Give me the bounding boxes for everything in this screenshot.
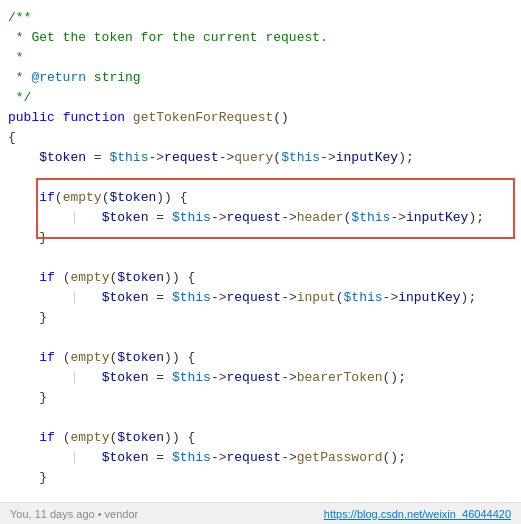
line-17 bbox=[0, 328, 521, 348]
line-9 bbox=[0, 168, 521, 188]
line-7: { bbox=[0, 128, 521, 148]
line-13 bbox=[0, 248, 521, 268]
line-20: } bbox=[0, 388, 521, 408]
status-bar: You, 11 days ago • vendor https://blog.c… bbox=[0, 502, 521, 524]
line-24: } bbox=[0, 468, 521, 488]
line-10: if(empty($token)) { bbox=[0, 188, 521, 208]
line-21 bbox=[0, 408, 521, 428]
line-2: * Get the token for the current request. bbox=[0, 28, 521, 48]
line-23: | $token = $this->request->getPassword()… bbox=[0, 448, 521, 468]
line-6: public function getTokenForRequest() bbox=[0, 108, 521, 128]
line-8: $token = $this->request->query($this->in… bbox=[0, 148, 521, 168]
code-editor: /** * Get the token for the current requ… bbox=[0, 0, 521, 524]
line-5: */ bbox=[0, 88, 521, 108]
line-4: * @return string bbox=[0, 68, 521, 88]
line-3: * bbox=[0, 48, 521, 68]
line-22: if (empty($token)) { bbox=[0, 428, 521, 448]
status-right-link[interactable]: https://blog.csdn.net/weixin_46044420 bbox=[324, 508, 511, 520]
line-1: /** bbox=[0, 8, 521, 28]
line-16: } bbox=[0, 308, 521, 328]
line-15: | $token = $this->request->input($this->… bbox=[0, 288, 521, 308]
line-11: | $token = $this->request->header($this-… bbox=[0, 208, 521, 228]
line-14: if (empty($token)) { bbox=[0, 268, 521, 288]
line-18: if (empty($token)) { bbox=[0, 348, 521, 368]
line-12: } bbox=[0, 228, 521, 248]
line-19: | $token = $this->request->bearerToken()… bbox=[0, 368, 521, 388]
status-left-text: You, 11 days ago • vendor bbox=[10, 508, 138, 520]
